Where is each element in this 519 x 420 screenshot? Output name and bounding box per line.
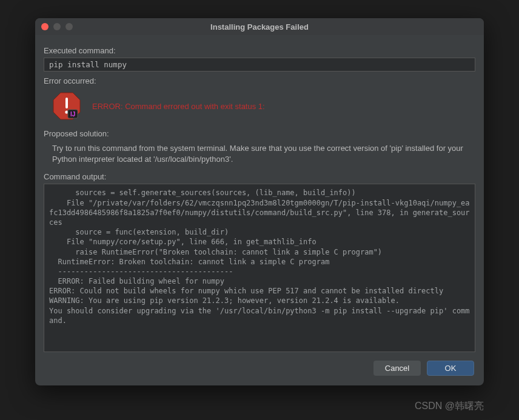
window-title: Installing Packages Failed [35,22,484,32]
titlebar: Installing Packages Failed [35,18,484,35]
cancel-button[interactable]: Cancel [373,361,421,376]
error-occurred-label: Error occurred: [44,76,475,85]
ok-button[interactable]: OK [427,361,474,376]
watermark: CSDN @韩曙亮 [415,400,484,413]
svg-rect-1 [65,98,68,108]
executed-command-label: Executed command: [44,46,475,55]
button-row: Cancel OK [35,352,484,385]
dialog-window: Installing Packages Failed Executed comm… [35,18,484,385]
minimize-icon[interactable] [53,23,61,30]
maximize-icon[interactable] [65,23,73,30]
command-output-box[interactable]: sources = self.generate_sources(sources,… [44,184,475,352]
error-message: ERROR: Command errored out with exit sta… [92,102,265,111]
close-icon[interactable] [41,23,49,30]
traffic-lights [41,23,73,30]
proposed-solution-label: Proposed solution: [44,129,475,138]
svg-text:IJ: IJ [70,111,75,118]
dialog-content: Executed command: pip install numpy Erro… [35,35,484,352]
error-icon: IJ [52,92,81,121]
command-output-label: Command output: [44,172,475,181]
proposed-solution-text: Try to run this command from the system … [44,141,475,167]
error-row: IJ ERROR: Command errored out with exit … [44,88,475,124]
executed-command-box[interactable]: pip install numpy [44,58,475,72]
